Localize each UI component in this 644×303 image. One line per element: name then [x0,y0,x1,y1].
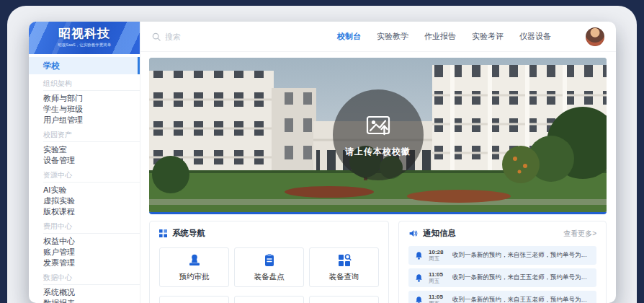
card-approval[interactable]: 预约审批 [159,247,229,287]
sidebar-item-invoices[interactable]: 发票管理 [29,258,140,268]
card-row2-1[interactable] [159,296,229,303]
section-header: 费用中心 [29,221,140,231]
logo-title: 昭视科技 [58,27,110,40]
sidebar-section-data: 数据中心 系统概况 数据报表 [29,273,140,303]
user-avatar[interactable] [586,27,604,46]
search-input[interactable] [165,32,251,41]
top-nav: 校制台 实验教学 作业报告 实验考评 仪器设备 [337,27,604,46]
bell-icon [414,273,424,283]
sidebar-item-teachers[interactable]: 教师与部门 [29,93,140,104]
topbar: 校制台 实验教学 作业报告 实验考评 仪器设备 [140,22,616,52]
card-row2-3[interactable] [309,296,379,303]
notice-text: 收到一条新的预约，来自王五老师，预约单号为：Y-0056，请尽快处理。 [452,273,591,282]
divider [43,182,140,183]
bottom-panels: 系统导航 预约审批 [149,221,607,303]
grid-icon [159,229,167,237]
sidebar-item-account[interactable]: 账户管理 [29,247,140,258]
sidebar-menu: 学校 组织架构 教师与部门 学生与班级 用户组管理 校园资产 实验室 设备管理 … [29,54,140,303]
upload-hint-text: 请上传本校校徽 [345,146,411,158]
sidebar-item-reports[interactable]: 数据报表 [29,298,140,303]
bell-icon [414,251,424,260]
sidebar-item-overview[interactable]: 系统概况 [29,287,140,298]
notice-text: 收到一条新的预约，来自张三老师，预约单号为：Y-0044，请尽快处理。 [452,251,591,260]
card-label: 装备查询 [329,272,359,282]
panel-title: 系统导航 [172,228,205,239]
notice-time: 11:05 周五 [429,271,447,285]
sidebar-item-ai-lab[interactable]: AI实验 [29,185,140,196]
tab-console[interactable]: 校制台 [337,31,361,42]
notice-text: 收到一条新的预约，来自王五老师，预约单号为：Y-0056，请尽快处理。 [452,296,591,303]
tab-homework-report[interactable]: 作业报告 [424,31,456,42]
sidebar-section-org: 组织架构 教师与部门 学生与班级 用户组管理 [29,79,140,126]
notice-header: 通知信息 查看更多> [408,228,596,239]
sidebar-section-resources: 资源中心 AI实验 虚拟实验 版权课程 [29,170,140,217]
main-area: 校制台 实验教学 作业报告 实验考评 仪器设备 [140,22,616,303]
search-icon [152,32,161,41]
hero-banner: 请上传本校校徽 [149,58,607,214]
sidebar-section-billing: 费用中心 权益中心 账户管理 发票管理 [29,221,140,268]
view-more-link[interactable]: 查看更多> [563,229,596,239]
sidebar-item-devices[interactable]: 设备管理 [29,155,140,166]
sidebar-item-courses[interactable]: 版权课程 [29,206,140,217]
divider [43,233,140,234]
nav-cards: 预约审批 装备盘点 [159,247,379,303]
card-label: 装备盘点 [254,272,285,282]
tab-instruments[interactable]: 仪器设备 [519,31,551,42]
tab-experiment-assessment[interactable]: 实验考评 [472,31,504,42]
notice-row[interactable]: 11:05 周五 收到一条新的预约，来自王五老师，预约单号为：Y-0056，请尽… [408,291,596,303]
divider [43,90,140,91]
system-nav-panel: 系统导航 预约审批 [149,221,389,303]
panel-title: 通知信息 [423,228,456,239]
section-header: 组织架构 [29,79,140,88]
divider [43,141,140,142]
section-header: 校园资产 [29,130,140,139]
content: 请上传本校校徽 系统导航 [140,52,616,303]
divider [43,284,140,285]
card-row2-2[interactable] [234,296,304,303]
card-query[interactable]: 装备查询 [309,247,379,287]
notice-row[interactable]: 10:28 周五 收到一条新的预约，来自张三老师，预约单号为：Y-0044，请尽… [408,246,596,265]
sidebar-item-usergroups[interactable]: 用户组管理 [29,115,140,126]
card-inventory[interactable]: 装备盘点 [234,247,304,287]
sidebar-item-labs[interactable]: 实验室 [29,144,140,155]
section-header: 数据中心 [29,273,140,282]
speaker-icon [408,229,418,238]
upload-logo-button[interactable]: 请上传本校校徽 [333,89,424,180]
notice-time: 11:05 周五 [429,294,447,303]
clipboard-icon [262,253,277,268]
sidebar-item-benefits[interactable]: 权益中心 [29,236,140,247]
sidebar: 昭视科技 昭视SaaS，让实验教学更简单 学校 组织架构 教师与部门 学生与班级… [29,22,140,303]
notice-panel: 通知信息 查看更多> 10:28 周五 [398,221,607,303]
logo-tagline: 昭视SaaS，让实验教学更简单 [58,43,111,47]
sidebar-item-students[interactable]: 学生与班级 [29,104,140,115]
notice-row[interactable]: 11:05 周五 收到一条新的预约，来自王五老师，预约单号为：Y-0056，请尽… [408,268,596,287]
section-header: 资源中心 [29,170,140,180]
grid-search-icon [337,253,352,268]
upload-image-icon [365,112,392,139]
tab-experiment-teaching[interactable]: 实验教学 [377,31,408,42]
notice-list: 10:28 周五 收到一条新的预约，来自张三老师，预约单号为：Y-0044，请尽… [408,246,596,303]
logo-banner[interactable]: 昭视科技 昭视SaaS，让实验教学更简单 [29,22,140,54]
app-window: 昭视科技 昭视SaaS，让实验教学更简单 学校 组织架构 教师与部门 学生与班级… [29,22,616,303]
card-label: 预约审批 [179,272,210,282]
search-box[interactable] [152,32,251,41]
sidebar-section-assets: 校园资产 实验室 设备管理 [29,130,140,166]
stamp-icon [187,253,202,268]
system-nav-header: 系统导航 [159,228,379,239]
sidebar-item-virtual-lab[interactable]: 虚拟实验 [29,196,140,206]
sidebar-item-school[interactable]: 学校 [29,57,140,74]
bell-icon [414,296,424,303]
notice-time: 10:28 周五 [429,249,447,263]
